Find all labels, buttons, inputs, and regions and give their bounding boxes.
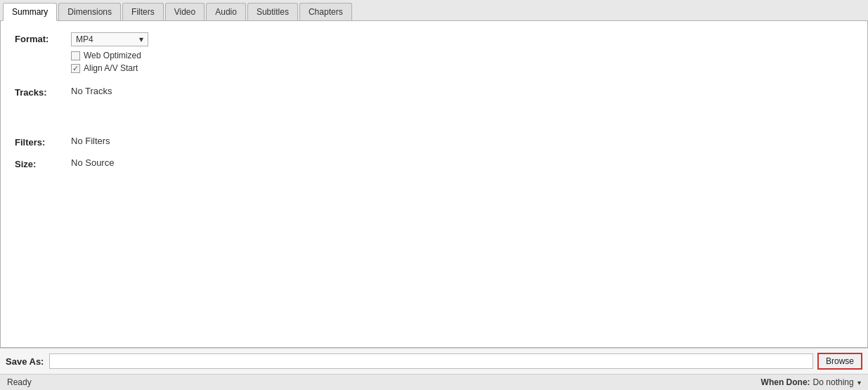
align-av-label: Align A/V Start — [84, 63, 138, 73]
when-done: When Done: Do nothing ▾ — [761, 377, 861, 387]
size-row: Size: No Source — [15, 157, 853, 169]
tab-audio[interactable]: Audio — [206, 3, 246, 20]
size-value: No Source — [71, 157, 853, 168]
spacer — [15, 108, 853, 136]
status-bar: Ready When Done: Do nothing ▾ — [0, 374, 868, 390]
format-dropdown-value: MP4 — [76, 34, 93, 44]
tab-summary[interactable]: Summary — [3, 3, 57, 21]
filters-value: No Filters — [71, 136, 853, 146]
format-dropdown[interactable]: MP4 ▾ — [71, 32, 148, 46]
tab-dimensions[interactable]: Dimensions — [58, 3, 121, 20]
main-content: Format: MP4 ▾ Web Optimized ✓ Align A/V … — [0, 21, 868, 348]
tracks-label: Tracks: — [15, 86, 71, 98]
align-av-checkbox[interactable]: ✓ — [71, 64, 80, 73]
web-optimized-checkbox[interactable] — [71, 51, 80, 60]
format-label: Format: — [15, 32, 71, 44]
tab-filters[interactable]: Filters — [122, 3, 164, 20]
browse-button[interactable]: Browse — [817, 353, 862, 370]
tab-bar: Summary Dimensions Filters Video Audio S… — [0, 0, 868, 21]
tracks-value: No Tracks — [71, 86, 853, 96]
tab-subtitles[interactable]: Subtitles — [247, 3, 298, 20]
web-optimized-row[interactable]: Web Optimized — [71, 51, 853, 60]
when-done-label: When Done: — [761, 377, 810, 387]
tab-video[interactable]: Video — [165, 3, 205, 20]
size-label: Size: — [15, 157, 71, 169]
align-av-row[interactable]: ✓ Align A/V Start — [71, 63, 853, 73]
save-as-label: Save As: — [6, 356, 44, 367]
web-optimized-label: Web Optimized — [84, 51, 141, 60]
tab-chapters[interactable]: Chapters — [299, 3, 352, 20]
dropdown-arrow-icon: ▾ — [139, 34, 143, 44]
tracks-row: Tracks: No Tracks — [15, 86, 853, 98]
format-row: Format: MP4 ▾ Web Optimized ✓ Align A/V … — [15, 32, 853, 76]
when-done-value-text: Do nothing — [813, 377, 854, 387]
when-done-dropdown[interactable]: Do nothing ▾ — [813, 377, 861, 387]
checkmark-icon: ✓ — [72, 65, 79, 72]
filters-label: Filters: — [15, 136, 71, 148]
filters-row: Filters: No Filters — [15, 136, 853, 148]
when-done-caret-icon: ▾ — [857, 379, 861, 386]
status-text: Ready — [7, 377, 32, 387]
format-value: MP4 ▾ Web Optimized ✓ Align A/V Start — [71, 32, 853, 76]
save-as-input[interactable] — [49, 353, 813, 369]
save-bar: Save As: Browse — [0, 348, 868, 374]
